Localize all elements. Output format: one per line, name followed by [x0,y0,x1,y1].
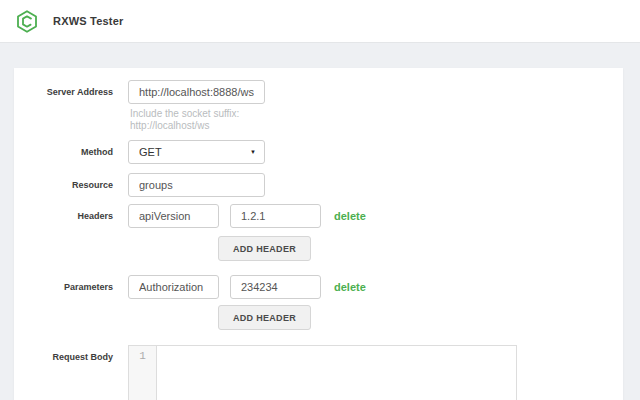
server-address-row: Server Address [14,80,265,104]
parameter-value-input[interactable] [230,275,321,299]
headers-row: Headers delete [14,204,366,228]
request-body-editor: 1 [128,345,517,400]
request-body-label: Request Body [14,345,113,363]
resource-input[interactable] [128,173,265,197]
method-row: Method GET ▼ [14,140,265,164]
parameter-key-input[interactable] [128,275,219,299]
method-select[interactable]: GET [128,140,265,164]
header-key-input[interactable] [128,204,219,228]
page-title: RXWS Tester [53,15,123,27]
delete-header-link[interactable]: delete [334,204,366,228]
request-body-textarea[interactable] [157,346,516,400]
main-card: Server Address Include the socket suffix… [14,68,623,400]
app-header: RXWS Tester [0,0,640,43]
rxws-logo-icon [17,10,37,33]
add-header-button[interactable]: ADD HEADER [218,236,311,261]
method-label: Method [14,140,113,164]
help-line-2: http://localhost/ws [130,120,239,132]
help-line-1: Include the socket suffix: [130,108,239,120]
headers-label: Headers [14,204,113,228]
line-number: 1 [139,350,146,362]
request-body-row: Request Body [14,345,113,363]
parameters-label: Parameters [14,275,113,299]
resource-label: Resource [14,173,113,197]
editor-gutter: 1 [129,346,157,400]
header-value-input[interactable] [230,204,321,228]
delete-parameter-link[interactable]: delete [334,275,366,299]
server-address-label: Server Address [14,80,113,104]
server-address-help: Include the socket suffix: http://localh… [130,108,239,132]
parameters-row: Parameters delete [14,275,366,299]
method-select-wrap: GET ▼ [128,140,265,164]
add-parameter-button[interactable]: ADD HEADER [218,305,311,330]
resource-row: Resource [14,173,265,197]
server-address-input[interactable] [128,80,265,104]
